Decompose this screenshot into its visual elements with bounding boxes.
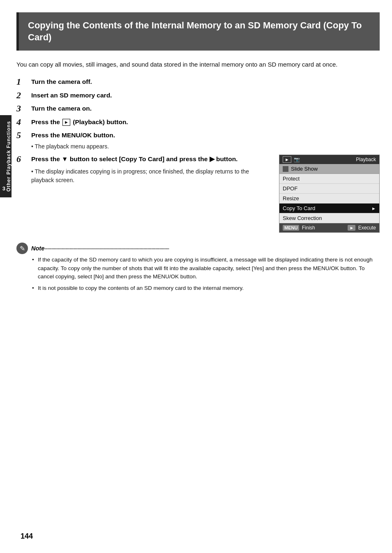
intro-text: You can copy all movies, still images, a… — [16, 60, 380, 69]
step-6-text: Press the ▼ button to select [Copy To Ca… — [31, 154, 238, 164]
note-bullet-2: It is not possible to copy the contents … — [32, 284, 380, 292]
step-3: 3 Turn the camera on. — [16, 103, 380, 114]
menu-header-icons: ► 📷 — [283, 156, 300, 163]
page-number: 144 — [21, 532, 33, 541]
step-1-num: 1 — [16, 76, 31, 87]
menu-item-copytocard: Copy To Card ► — [279, 204, 379, 213]
title-box: Copying the Contents of the Internal Mem… — [16, 12, 380, 51]
protect-label: Protect — [283, 176, 300, 182]
slideshow-label: Slide Show — [291, 166, 318, 172]
step-6-area: 6 Press the ▼ button to select [Copy To … — [16, 154, 380, 233]
note-header: ✎ Note----------------------------------… — [16, 243, 380, 254]
step-6-left: 6 Press the ▼ button to select [Copy To … — [16, 154, 272, 184]
step-3-num: 3 — [16, 103, 31, 114]
menu-footer-right: ► Execute — [348, 225, 376, 231]
footer-finish-label: Finish — [302, 225, 315, 231]
menu-footer: MENU Finish ► Execute — [279, 223, 379, 232]
step-4-num: 4 — [16, 117, 31, 127]
note-label: Note — [31, 245, 44, 252]
step-4: 4 Press the ► (Playback) button. — [16, 117, 380, 127]
resize-label: Resize — [283, 195, 299, 201]
menu-item-resize: Resize — [279, 194, 379, 204]
note-dashes: ----------------------------------------… — [44, 245, 169, 252]
main-content: Copying the Contents of the Internal Mem… — [16, 0, 380, 292]
tab-label: Other Playback Functions — [6, 121, 12, 192]
step-6-num: 6 — [16, 154, 31, 164]
menu-header-label: Playback — [356, 157, 376, 162]
footer-execute-label: Execute — [358, 225, 376, 231]
step-2: 2 Insert an SD memory card. — [16, 90, 380, 101]
menu-item-dpof: DPOF — [279, 184, 379, 194]
step-2-num: 2 — [16, 90, 31, 101]
menu-item-protect: Protect — [279, 174, 379, 184]
menu-header-icon2: 📷 — [294, 157, 300, 162]
playback-mode-icon: ► — [283, 156, 291, 163]
camera-menu: ► 📷 Playback Slide Show Protect DPOF — [279, 155, 380, 233]
menu-key-finish: MENU — [283, 225, 299, 231]
copytocard-arrow: ► — [371, 206, 376, 211]
step-6-desc: The display indicates copying is in prog… — [31, 167, 272, 185]
note-bullets: If the capacity of the SD memory card to… — [32, 256, 380, 292]
menu-item-slideshow: Slide Show — [279, 164, 379, 174]
step-1-text: Turn the camera off. — [31, 76, 92, 86]
menu-item-skewcorrection: Skew Correction — [279, 213, 379, 223]
step-4-text: Press the ► (Playback) button. — [31, 117, 128, 127]
step-2-text: Insert an SD memory card. — [31, 90, 112, 100]
playback-icon: ► — [62, 119, 70, 126]
note-title: Note------------------------------------… — [31, 245, 169, 252]
step-3-text: Turn the camera on. — [31, 103, 92, 113]
steps-list: 1 Turn the camera off. 2 Insert an SD me… — [16, 76, 380, 233]
step-6: 6 Press the ▼ button to select [Copy To … — [16, 154, 272, 164]
menu-footer-left: MENU Finish — [283, 225, 315, 231]
step-5: 5 Press the MENU/OK button. — [16, 130, 380, 141]
dpof-label: DPOF — [283, 185, 297, 192]
step-5-num: 5 — [16, 130, 31, 141]
step-1: 1 Turn the camera off. — [16, 76, 380, 87]
skewcorrection-label: Skew Correction — [283, 215, 322, 221]
menu-header: ► 📷 Playback — [279, 155, 379, 164]
step-5-text: Press the MENU/OK button. — [31, 130, 115, 140]
slideshow-icon — [283, 166, 288, 172]
menu-key-execute: ► — [348, 225, 355, 231]
copytocard-label: Copy To Card — [283, 205, 315, 211]
note-section: ✎ Note----------------------------------… — [16, 240, 380, 292]
side-tab: 3 Other Playback Functions — [0, 115, 12, 197]
tab-number: 3 — [2, 185, 6, 192]
note-icon: ✎ — [16, 243, 28, 254]
page-title: Copying the Contents of the Internal Mem… — [28, 20, 371, 43]
note-bullet-1: If the capacity of the SD memory card to… — [32, 256, 380, 281]
step-5-bullet: The playback menu appears. — [31, 143, 380, 150]
